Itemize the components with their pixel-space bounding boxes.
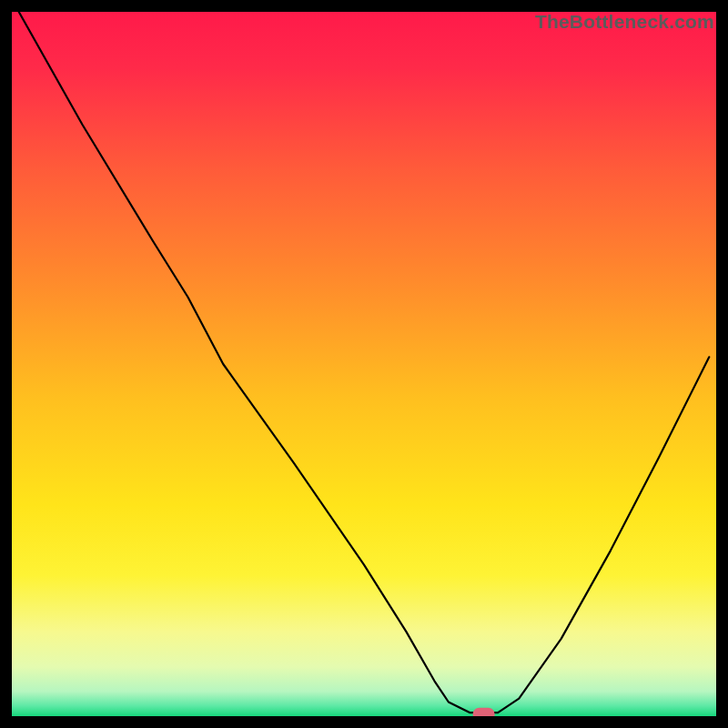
watermark-label: TheBottleneck.com — [535, 11, 714, 33]
chart-svg — [12, 12, 716, 716]
optimal-marker — [473, 708, 495, 716]
gradient-background — [12, 12, 716, 716]
bottleneck-chart: TheBottleneck.com — [12, 12, 716, 716]
